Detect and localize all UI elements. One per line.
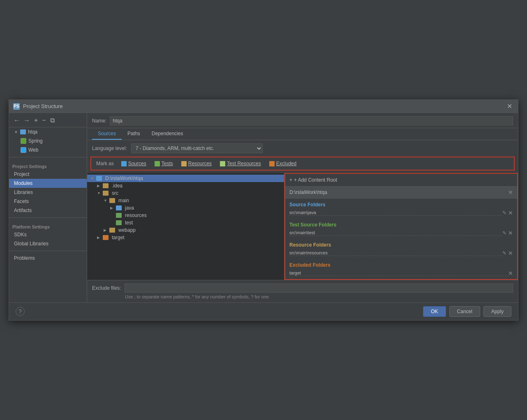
sidebar-item-libraries[interactable]: Libraries xyxy=(9,188,87,197)
copy-module-button[interactable]: ⧉ xyxy=(49,116,56,125)
sidebar-item-modules[interactable]: Modules xyxy=(9,179,87,188)
content-root-header: + + Add Content Root xyxy=(285,174,517,187)
tree-item-idea[interactable]: ▶ .idea xyxy=(87,182,284,189)
tree-idea-arrow: ▶ xyxy=(97,184,101,188)
mark-excluded-label: Excluded xyxy=(276,161,296,166)
tree-item-src[interactable]: ▼ src xyxy=(87,189,284,197)
tree-item-target[interactable]: ▶ target xyxy=(87,234,284,241)
test-path-actions: ✎ ✕ xyxy=(502,230,513,236)
tree-arrow: ▼ xyxy=(14,130,18,134)
tree-target-label: target xyxy=(112,235,125,240)
cancel-button[interactable]: Cancel xyxy=(449,306,480,317)
tree-src-arrow: ▼ xyxy=(97,191,101,195)
mark-sources-label: Sources xyxy=(128,161,146,166)
sidebar-item-project[interactable]: Project xyxy=(9,170,87,179)
mark-tests-label: Tests xyxy=(162,161,173,166)
mark-test-resources-button[interactable]: Test Resources xyxy=(217,160,264,167)
mark-resources-label: Resources xyxy=(188,161,212,166)
name-input[interactable] xyxy=(110,116,513,125)
tree-item-java[interactable]: ▶ java xyxy=(87,204,284,212)
tab-sources[interactable]: Sources xyxy=(92,128,122,140)
back-button[interactable]: ← xyxy=(12,116,21,125)
exclude-files-row: Exclude files: xyxy=(92,284,513,293)
mark-tests-button[interactable]: Tests xyxy=(152,160,176,167)
dialog-body: ← → + − ⧉ ▼ htqa 🌿 Spring 🌐 Web xyxy=(9,113,518,302)
module-web[interactable]: 🌐 Web xyxy=(9,145,87,155)
tree-idea-icon xyxy=(103,183,109,188)
resource-folders-section: Resource Folders src\main\resources ✎ ✕ xyxy=(285,239,517,259)
help-button[interactable]: ? xyxy=(16,307,25,316)
tree-root[interactable]: ▼ D:\rslaiWork\htqa xyxy=(87,175,284,182)
sidebar-divider-1 xyxy=(9,157,87,157)
name-row: Name: xyxy=(87,113,518,128)
dialog-footer: ? OK Cancel Apply xyxy=(9,302,518,320)
remove-test-button[interactable]: ✕ xyxy=(508,230,513,236)
exclude-files-hint: Use ; to separate name patterns, * for a… xyxy=(92,293,513,299)
tree-java-label: java xyxy=(125,205,134,211)
sidebar-item-problems[interactable]: Problems xyxy=(9,254,87,263)
apply-button[interactable]: Apply xyxy=(483,306,511,317)
add-content-root-button[interactable]: + + Add Content Root xyxy=(289,177,337,183)
remove-excluded-button[interactable]: ✕ xyxy=(508,270,513,277)
tab-dependencies[interactable]: Dependencies xyxy=(146,128,189,140)
mark-resources-button[interactable]: Resources xyxy=(179,160,214,167)
excluded-path-row: target ✕ xyxy=(289,269,513,277)
remove-root-button[interactable]: ✕ xyxy=(508,189,513,196)
content-root-panel: + + Add Content Root D:\rslaiWork\htqa ✕… xyxy=(284,173,518,280)
source-path-actions: ✎ ✕ xyxy=(502,210,513,216)
root-path-text: D:\rslaiWork\htqa xyxy=(289,189,327,195)
tree-item-webapp[interactable]: ▶ webapp xyxy=(87,226,284,234)
mark-test-resources-label: Test Resources xyxy=(227,161,261,166)
platform-settings-label: Platform Settings xyxy=(9,220,87,230)
edit-test-button[interactable]: ✎ xyxy=(502,230,506,236)
add-module-button[interactable]: + xyxy=(33,116,39,125)
tests-icon xyxy=(155,161,160,166)
module-tree-root[interactable]: ▼ htqa xyxy=(9,127,87,136)
edit-resource-button[interactable]: ✎ xyxy=(502,250,506,256)
sidebar-item-facets[interactable]: Facets xyxy=(9,197,87,206)
exclude-files-input[interactable] xyxy=(125,284,513,293)
language-level-select[interactable]: 7 - Diamonds, ARM, multi-catch etc. 8 - … xyxy=(131,143,263,153)
forward-button[interactable]: → xyxy=(22,116,31,125)
nav-arrows: ← → xyxy=(12,116,31,125)
help-icon: ? xyxy=(18,308,22,315)
close-button[interactable]: ✕ xyxy=(505,102,514,110)
mark-sources-button[interactable]: Sources xyxy=(119,160,149,167)
remove-resource-button[interactable]: ✕ xyxy=(508,250,513,256)
sidebar-item-global-libraries[interactable]: Global Libraries xyxy=(9,239,87,248)
remove-module-button[interactable]: − xyxy=(41,116,47,125)
web-icon: 🌐 xyxy=(21,147,26,153)
module-root-label: htqa xyxy=(28,129,37,135)
ok-button[interactable]: OK xyxy=(423,306,446,317)
sidebar-item-artifacts[interactable]: Artifacts xyxy=(9,206,87,215)
tree-resources-label: resources xyxy=(125,212,147,218)
resource-path-text: src\main\resources xyxy=(289,250,502,256)
title-bar: PS Project Structure ✕ xyxy=(9,100,518,113)
remove-source-button[interactable]: ✕ xyxy=(508,210,513,216)
tree-item-main[interactable]: ▼ main xyxy=(87,197,284,204)
test-folders-title: Test Source Folders xyxy=(289,222,513,228)
sources-icon xyxy=(121,161,127,166)
spring-label: Spring xyxy=(28,138,43,144)
sidebar-toolbar: ← → + − ⧉ xyxy=(9,115,87,127)
module-spring[interactable]: 🌿 Spring xyxy=(9,136,87,145)
mark-excluded-button[interactable]: Excluded xyxy=(267,160,299,167)
bottom-section: Exclude files: Use ; to separate name pa… xyxy=(87,280,518,302)
add-root-label: + Add Content Root xyxy=(294,177,337,183)
file-tree[interactable]: ▼ D:\rslaiWork\htqa ▶ .idea ▼ src xyxy=(87,173,284,280)
test-resources-icon xyxy=(220,161,225,166)
tree-item-resources[interactable]: resources xyxy=(87,212,284,219)
sidebar-item-sdks[interactable]: SDKs xyxy=(9,230,87,239)
tree-main-arrow: ▼ xyxy=(104,198,108,203)
tab-paths[interactable]: Paths xyxy=(122,128,146,140)
tree-java-arrow: ▶ xyxy=(110,206,114,210)
resource-path-row: src\main\resources ✎ ✕ xyxy=(289,249,513,257)
source-path-text: src\main\java xyxy=(289,210,502,216)
tabs-bar: Sources Paths Dependencies xyxy=(87,128,518,140)
folder-icon xyxy=(20,129,26,134)
source-folders-title: Source Folders xyxy=(289,202,513,208)
source-path-row: src\main\java ✎ ✕ xyxy=(289,209,513,217)
title-bar-left: PS Project Structure xyxy=(13,103,63,110)
edit-source-button[interactable]: ✎ xyxy=(502,210,506,216)
tree-item-test[interactable]: test xyxy=(87,219,284,226)
